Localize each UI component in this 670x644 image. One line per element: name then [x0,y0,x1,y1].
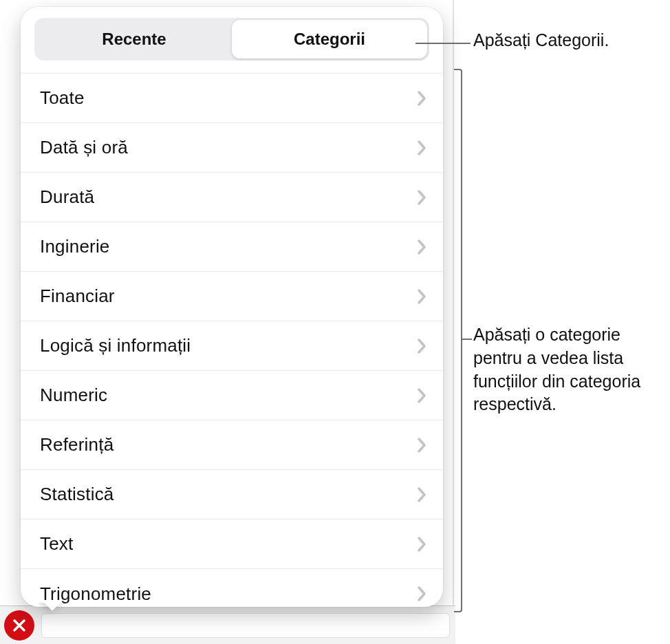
category-row-trigonometry[interactable]: Trigonometrie [21,569,443,607]
chevron-right-icon [415,88,428,109]
chevron-right-icon [415,583,428,604]
function-browser-popover: Recente Categorii Toate Dată și oră [21,7,443,607]
category-row-financial[interactable]: Financiar [21,272,443,321]
chevron-right-icon [415,187,428,208]
chevron-right-icon [415,336,428,356]
formula-bar [0,605,455,644]
tab-categories-label: Categorii [294,30,365,49]
chevron-right-icon [415,286,428,307]
category-label: Text [40,533,73,555]
category-row-logical[interactable]: Logică și informații [21,321,443,371]
callout-tap-categories: Apăsați Categorii. [473,29,659,52]
category-label: Financiar [40,286,115,307]
callout-tap-category: Apăsați o categorie pentru a vedea lista… [473,323,666,416]
tab-recent-label: Recente [102,30,166,49]
category-row-duration[interactable]: Durată [21,173,443,222]
category-row-date-time[interactable]: Dată și oră [21,123,443,173]
formula-input[interactable] [41,613,450,638]
chevron-right-icon [415,435,428,455]
callout-leader [462,339,472,340]
chevron-right-icon [415,237,428,257]
category-row-reference[interactable]: Referință [21,420,443,470]
category-label: Durată [40,186,94,208]
category-row-statistical[interactable]: Statistică [21,470,443,519]
category-label: Inginerie [40,236,110,257]
callout-leader [415,43,471,44]
category-row-numeric[interactable]: Numeric [21,371,443,420]
chevron-right-icon [415,534,428,555]
chevron-right-icon [415,484,428,505]
category-label: Toate [40,87,85,109]
tab-categories[interactable]: Categorii [232,20,427,58]
category-label: Numeric [40,385,107,406]
category-row-all[interactable]: Toate [21,74,443,123]
popover-tail [39,603,66,615]
cancel-button[interactable] [4,610,34,641]
category-label: Dată și oră [40,137,128,158]
close-icon [12,618,27,633]
category-label: Statistică [40,484,114,505]
tab-recent[interactable]: Recente [36,20,232,58]
category-label: Trigonometrie [40,583,151,605]
category-row-text[interactable]: Text [21,519,443,569]
category-row-engineering[interactable]: Inginerie [21,222,443,272]
callout-bracket [454,69,462,612]
segmented-control: Recente Categorii [34,18,429,61]
category-list: Toate Dată și oră Durată Inginerie [21,73,443,607]
category-label: Logică și informații [40,335,191,356]
chevron-right-icon [415,385,428,406]
chevron-right-icon [415,138,428,158]
category-label: Referință [40,434,114,455]
